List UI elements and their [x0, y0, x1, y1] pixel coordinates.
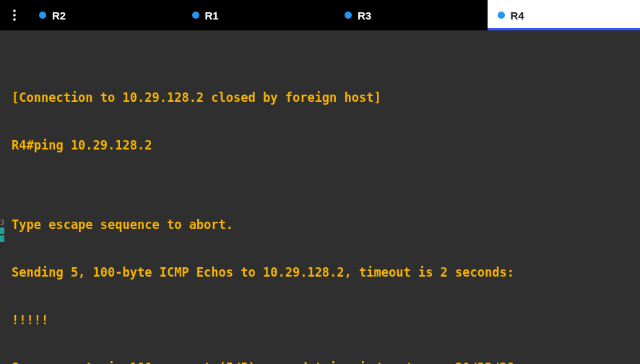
status-dot-icon: [345, 12, 352, 19]
tab-r4[interactable]: R4: [488, 0, 641, 30]
tab-label: R1: [205, 9, 219, 22]
terminal-line: [Connection to 10.29.128.2 closed by for…: [12, 90, 633, 105]
status-dot-icon: [39, 12, 46, 19]
vertical-dots-icon: [9, 9, 20, 22]
terminal-line: !!!!!: [12, 312, 633, 328]
body-row: 3 [Connection to 10.29.128.2 closed by f…: [0, 30, 640, 364]
status-dot-icon: [498, 12, 505, 19]
svg-point-1: [13, 14, 16, 17]
svg-point-0: [13, 9, 16, 12]
tab-r2[interactable]: R2: [29, 0, 182, 30]
svg-point-2: [13, 18, 16, 21]
terminal-line: R4#ping 10.29.128.2: [12, 137, 633, 153]
terminal-output[interactable]: [Connection to 10.29.128.2 closed by for…: [4, 30, 640, 364]
terminal-line: Sending 5, 100-byte ICMP Echos to 10.29.…: [12, 264, 633, 280]
tab-label: R3: [358, 9, 371, 22]
tab-r1[interactable]: R1: [182, 0, 335, 30]
tab-label: R4: [511, 9, 524, 22]
status-dot-icon: [192, 12, 199, 19]
menu-button[interactable]: [0, 0, 29, 30]
app-window: R2 R1 R3 R4 3 [Connection to 10.29.128.2…: [0, 0, 640, 364]
tab-label: R2: [52, 9, 66, 22]
gutter-mark: 3: [0, 220, 4, 226]
gutter: 3: [0, 30, 4, 364]
terminal-line: Type escape sequence to abort.: [12, 217, 633, 233]
tab-r3[interactable]: R3: [334, 0, 488, 30]
tab-bar: R2 R1 R3 R4: [0, 0, 640, 30]
gutter-mark: [0, 228, 4, 234]
terminal-line: Success rate is 100 percent (5/5), round…: [12, 360, 633, 364]
gutter-mark: [0, 235, 4, 242]
